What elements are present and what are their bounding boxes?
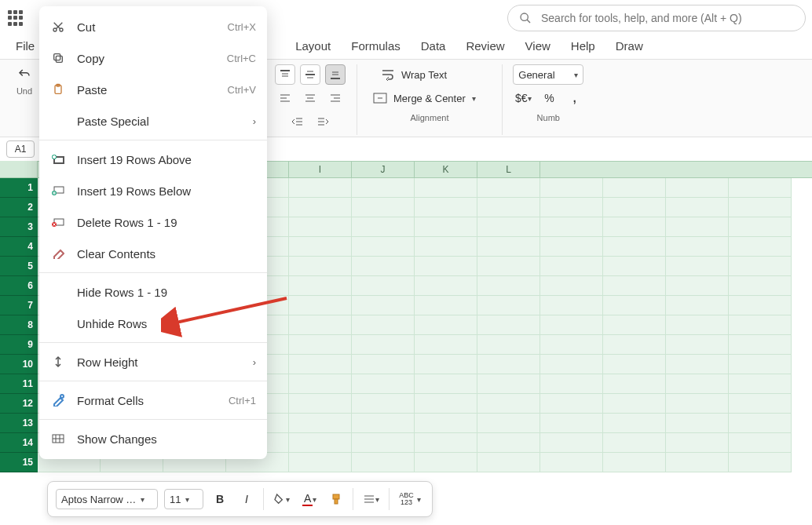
cell[interactable] [415, 198, 477, 217]
cell[interactable] [666, 217, 729, 237]
cell[interactable] [352, 374, 415, 394]
cell[interactable] [477, 433, 540, 453]
row-header[interactable]: 3 [0, 217, 38, 237]
cell[interactable] [729, 296, 792, 315]
cell[interactable] [666, 296, 729, 315]
row-header[interactable]: 6 [0, 276, 38, 296]
cell[interactable] [415, 315, 477, 335]
cell[interactable] [729, 453, 792, 472]
menu-review[interactable]: Review [466, 39, 504, 53]
row-header[interactable]: 4 [0, 237, 38, 257]
cell[interactable] [289, 257, 352, 276]
column-header[interactable]: I [289, 162, 352, 177]
cell[interactable] [415, 355, 477, 374]
cell[interactable] [289, 394, 352, 414]
ft-font-select[interactable]: Aptos Narrow …▾ [56, 489, 158, 509]
cm-hide-rows[interactable]: Hide Rows 1 - 19 [39, 276, 267, 308]
cell[interactable] [289, 433, 352, 453]
cell[interactable] [289, 198, 352, 217]
cell[interactable] [603, 237, 666, 257]
column-header[interactable]: L [477, 162, 540, 177]
cell[interactable] [352, 296, 415, 315]
search-box[interactable] [507, 5, 806, 31]
align-middle-button[interactable] [300, 64, 320, 85]
cell[interactable] [729, 198, 792, 217]
cell[interactable] [729, 237, 792, 257]
row-header[interactable]: 12 [0, 394, 38, 414]
cell[interactable] [540, 433, 603, 453]
cell[interactable] [603, 315, 666, 335]
cell[interactable] [289, 453, 352, 472]
cell[interactable] [289, 217, 352, 237]
cell[interactable] [540, 335, 603, 355]
cell[interactable] [477, 315, 540, 335]
row-header[interactable]: 10 [0, 355, 38, 374]
cell[interactable] [603, 414, 666, 433]
cell[interactable] [603, 296, 666, 315]
cell[interactable] [540, 257, 603, 276]
cell[interactable] [415, 453, 477, 472]
cell[interactable] [352, 315, 415, 335]
ft-number-format[interactable]: ABC123▾ [396, 489, 424, 509]
cell[interactable] [352, 355, 415, 374]
cell[interactable] [415, 374, 477, 394]
cell[interactable] [352, 414, 415, 433]
cm-copy[interactable]: CopyCtrl+C [39, 42, 267, 74]
cell[interactable] [289, 178, 352, 198]
cell[interactable] [540, 394, 603, 414]
cm-unhide-rows[interactable]: Unhide Rows [39, 308, 267, 339]
cell[interactable] [666, 394, 729, 414]
cell[interactable] [289, 414, 352, 433]
cell[interactable] [666, 453, 729, 472]
cell[interactable] [540, 453, 603, 472]
cell[interactable] [477, 237, 540, 257]
cell[interactable] [540, 198, 603, 217]
undo-button[interactable] [14, 64, 35, 85]
cm-cut[interactable]: CutCtrl+X [39, 11, 267, 42]
cell[interactable] [477, 276, 540, 296]
cell[interactable] [603, 374, 666, 394]
column-header[interactable]: J [352, 162, 415, 177]
cell[interactable] [603, 217, 666, 237]
cell[interactable] [666, 178, 729, 198]
row-header[interactable]: 14 [0, 433, 38, 453]
ft-size-select[interactable]: 11▾ [164, 489, 203, 509]
ft-align[interactable]: ▾ [360, 489, 382, 509]
cell[interactable] [666, 276, 729, 296]
cell[interactable] [603, 178, 666, 198]
cell[interactable] [729, 433, 792, 453]
align-bottom-button[interactable] [325, 64, 346, 85]
row-header[interactable]: 1 [0, 178, 38, 198]
align-top-button[interactable] [275, 64, 295, 85]
cell[interactable] [729, 374, 792, 394]
cell[interactable] [352, 394, 415, 414]
cell[interactable] [352, 257, 415, 276]
cell[interactable] [415, 296, 477, 315]
cell[interactable] [415, 276, 477, 296]
cell[interactable] [477, 217, 540, 237]
cell[interactable] [666, 374, 729, 394]
cell[interactable] [729, 276, 792, 296]
cell[interactable] [415, 217, 477, 237]
select-all-corner[interactable] [0, 161, 38, 178]
cell[interactable] [477, 453, 540, 472]
cell[interactable] [289, 276, 352, 296]
decrease-indent-button[interactable] [287, 111, 308, 132]
cell[interactable] [540, 355, 603, 374]
cell[interactable] [415, 394, 477, 414]
cell[interactable] [352, 198, 415, 217]
menu-draw[interactable]: Draw [616, 39, 643, 53]
row-header[interactable]: 2 [0, 198, 38, 217]
cell[interactable] [289, 296, 352, 315]
align-right-button[interactable] [325, 88, 346, 108]
ft-bold[interactable]: B [210, 489, 230, 509]
cm-show-changes[interactable]: Show Changes [39, 423, 267, 454]
increase-indent-button[interactable] [313, 111, 333, 132]
cell[interactable] [477, 178, 540, 198]
name-box[interactable]: A1 [6, 140, 35, 158]
cell[interactable] [477, 355, 540, 374]
cm-format-cells[interactable]: Format CellsCtrl+1 [39, 385, 267, 416]
cell[interactable] [729, 178, 792, 198]
cell[interactable] [540, 374, 603, 394]
row-header[interactable]: 15 [0, 453, 38, 472]
